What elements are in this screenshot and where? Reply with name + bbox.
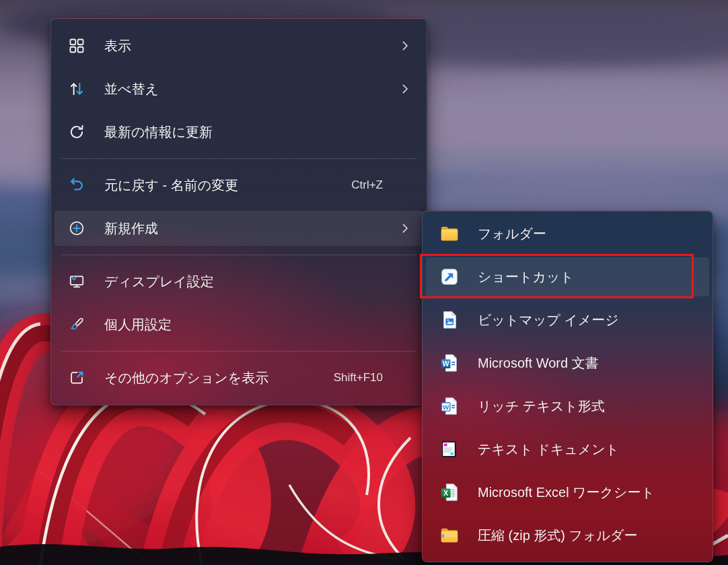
new-submenu: フォルダーショートカットビットマップ イメージWMicrosoft Word 文…	[422, 211, 713, 562]
menu-item-new-plus[interactable]: 新規作成	[54, 211, 423, 246]
menu-separator	[61, 351, 416, 352]
shortcut-icon	[439, 267, 460, 287]
menu-item-label: ビットマップ イメージ	[478, 311, 619, 329]
undo-icon	[68, 176, 85, 194]
menu-item-label: フォルダー	[478, 225, 546, 243]
menu-item-undo[interactable]: 元に戻す - 名前の変更Ctrl+Z	[54, 168, 423, 203]
menu-item-label: 圧縮 (zip 形式) フォルダー	[478, 527, 637, 545]
word-document-icon: W	[439, 353, 460, 373]
menu-separator	[61, 158, 416, 159]
submenu-item-rich-text[interactable]: Wリッチ テキスト形式	[426, 387, 709, 426]
refresh-icon	[68, 123, 85, 141]
personalize-icon	[68, 316, 85, 333]
menu-item-label: 表示	[104, 37, 131, 55]
submenu-item-bitmap-image[interactable]: ビットマップ イメージ	[426, 300, 709, 339]
excel-worksheet-icon: X	[439, 482, 460, 502]
folder-icon	[439, 224, 460, 244]
menu-item-label: ショートカット	[478, 268, 574, 286]
text-document-icon	[439, 439, 460, 459]
menu-item-shortcut: Shift+F10	[334, 371, 383, 385]
submenu-item-text-document[interactable]: テキスト ドキュメント	[426, 430, 709, 469]
menu-item-grid[interactable]: 表示	[54, 28, 423, 63]
menu-separator	[61, 255, 416, 255]
menu-item-sort[interactable]: 並べ替え	[54, 71, 423, 106]
menu-item-personalize[interactable]: 個人用設定	[54, 307, 423, 342]
submenu-item-zip-folder[interactable]: 圧縮 (zip 形式) フォルダー	[426, 516, 709, 555]
zip-folder-icon	[439, 525, 460, 545]
menu-item-refresh[interactable]: 最新の情報に更新	[54, 114, 423, 149]
menu-item-label: 元に戻す - 名前の変更	[104, 176, 238, 195]
menu-item-label: 個人用設定	[104, 316, 172, 334]
chevron-right-icon	[398, 221, 412, 236]
menu-item-label: 新規作成	[104, 220, 158, 238]
menu-item-label: 最新の情報に更新	[104, 123, 213, 141]
svg-text:W: W	[443, 360, 449, 368]
svg-text:X: X	[443, 490, 448, 497]
menu-item-label: Microsoft Excel ワークシート	[478, 484, 655, 502]
sort-icon	[68, 80, 85, 98]
menu-item-label: その他のオプションを表示	[104, 369, 268, 387]
menu-item-more-options[interactable]: その他のオプションを表示Shift+F10	[54, 360, 423, 395]
menu-item-label: 並べ替え	[104, 80, 159, 98]
chevron-right-icon	[398, 38, 412, 53]
submenu-item-folder[interactable]: フォルダー	[426, 214, 709, 253]
submenu-item-word-document[interactable]: WMicrosoft Word 文書	[426, 343, 709, 383]
menu-item-display-settings[interactable]: ディスプレイ設定	[54, 264, 423, 299]
menu-item-label: Microsoft Word 文書	[478, 354, 599, 372]
more-options-icon	[68, 369, 85, 387]
menu-item-shortcut: Ctrl+Z	[351, 178, 383, 192]
submenu-item-shortcut[interactable]: ショートカット	[426, 257, 709, 296]
menu-item-label: ディスプレイ設定	[104, 273, 214, 291]
context-menu: 表示並べ替え最新の情報に更新元に戻す - 名前の変更Ctrl+Z新規作成ディスプ…	[50, 18, 427, 405]
submenu-item-excel-worksheet[interactable]: XMicrosoft Excel ワークシート	[426, 473, 709, 512]
new-plus-icon	[68, 220, 85, 237]
grid-icon	[68, 37, 85, 55]
menu-item-label: リッチ テキスト形式	[478, 397, 605, 416]
menu-item-label: テキスト ドキュメント	[478, 440, 619, 459]
display-settings-icon	[68, 273, 85, 290]
bitmap-image-icon	[439, 310, 460, 330]
chevron-right-icon	[398, 81, 412, 96]
rich-text-icon: W	[439, 396, 460, 416]
svg-text:W: W	[443, 403, 449, 411]
